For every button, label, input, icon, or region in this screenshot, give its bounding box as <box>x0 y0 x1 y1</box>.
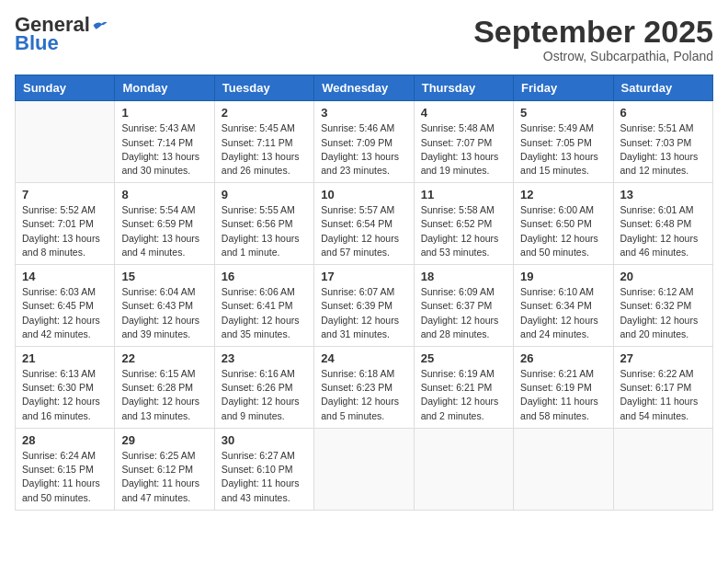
day-number: 12 <box>520 188 606 201</box>
day-number: 1 <box>121 106 207 120</box>
calendar-cell: 15Sunrise: 6:04 AMSunset: 6:43 PMDayligh… <box>115 265 214 347</box>
calendar-cell: 16Sunrise: 6:06 AMSunset: 6:41 PMDayligh… <box>214 265 313 347</box>
day-number: 25 <box>421 351 506 365</box>
day-number: 15 <box>121 270 207 283</box>
calendar-week-row: 28Sunrise: 6:24 AMSunset: 6:15 PMDayligh… <box>16 428 713 510</box>
calendar-cell: 19Sunrise: 6:10 AMSunset: 6:34 PMDayligh… <box>514 265 613 347</box>
calendar-cell: 10Sunrise: 5:57 AMSunset: 6:54 PMDayligh… <box>314 183 414 265</box>
calendar-cell: 1Sunrise: 5:43 AMSunset: 7:14 PMDaylight… <box>115 101 214 183</box>
calendar-cell: 14Sunrise: 6:03 AMSunset: 6:45 PMDayligh… <box>16 265 115 347</box>
day-info: Sunrise: 6:25 AMSunset: 6:12 PMDaylight:… <box>121 449 207 505</box>
day-number: 2 <box>222 106 307 120</box>
weekday-header-friday: Friday <box>514 75 613 101</box>
day-number: 22 <box>121 351 207 365</box>
day-number: 26 <box>520 351 606 365</box>
day-number: 20 <box>620 270 706 283</box>
logo-blue-text: Blue <box>15 33 59 53</box>
day-info: Sunrise: 6:22 AMSunset: 6:17 PMDaylight:… <box>620 367 706 423</box>
calendar-cell: 12Sunrise: 6:00 AMSunset: 6:50 PMDayligh… <box>514 183 613 265</box>
calendar-cell: 3Sunrise: 5:46 AMSunset: 7:09 PMDaylight… <box>314 101 414 183</box>
weekday-header-thursday: Thursday <box>414 75 513 101</box>
calendar-cell: 11Sunrise: 5:58 AMSunset: 6:52 PMDayligh… <box>414 183 513 265</box>
day-number: 19 <box>520 270 606 283</box>
logo: General Blue <box>15 15 108 53</box>
calendar-cell: 29Sunrise: 6:25 AMSunset: 6:12 PMDayligh… <box>115 428 214 510</box>
day-info: Sunrise: 6:16 AMSunset: 6:26 PMDaylight:… <box>222 367 307 423</box>
calendar-cell <box>514 428 613 510</box>
day-info: Sunrise: 5:45 AMSunset: 7:11 PMDaylight:… <box>222 121 307 178</box>
day-number: 14 <box>22 270 108 283</box>
day-number: 18 <box>421 270 506 283</box>
day-number: 11 <box>421 188 506 201</box>
day-info: Sunrise: 5:58 AMSunset: 6:52 PMDaylight:… <box>421 203 506 259</box>
calendar-cell: 8Sunrise: 5:54 AMSunset: 6:59 PMDaylight… <box>115 183 214 265</box>
day-info: Sunrise: 6:01 AMSunset: 6:48 PMDaylight:… <box>620 203 706 259</box>
calendar-cell: 23Sunrise: 6:16 AMSunset: 6:26 PMDayligh… <box>214 347 313 429</box>
day-info: Sunrise: 6:09 AMSunset: 6:37 PMDaylight:… <box>421 285 506 341</box>
calendar-week-row: 14Sunrise: 6:03 AMSunset: 6:45 PMDayligh… <box>16 265 713 347</box>
day-info: Sunrise: 5:46 AMSunset: 7:09 PMDaylight:… <box>321 121 406 178</box>
day-info: Sunrise: 5:51 AMSunset: 7:03 PMDaylight:… <box>620 121 706 178</box>
day-info: Sunrise: 6:12 AMSunset: 6:32 PMDaylight:… <box>620 285 706 341</box>
day-info: Sunrise: 6:13 AMSunset: 6:30 PMDaylight:… <box>22 367 108 423</box>
day-number: 23 <box>222 351 307 365</box>
calendar-cell: 24Sunrise: 6:18 AMSunset: 6:23 PMDayligh… <box>314 347 414 429</box>
calendar-cell: 4Sunrise: 5:48 AMSunset: 7:07 PMDaylight… <box>414 101 513 183</box>
calendar-cell: 28Sunrise: 6:24 AMSunset: 6:15 PMDayligh… <box>16 428 115 510</box>
weekday-header-saturday: Saturday <box>613 75 712 101</box>
calendar-cell: 25Sunrise: 6:19 AMSunset: 6:21 PMDayligh… <box>414 347 513 429</box>
day-number: 8 <box>121 188 207 201</box>
day-number: 16 <box>222 270 307 283</box>
weekday-header-tuesday: Tuesday <box>214 75 313 101</box>
calendar-cell: 21Sunrise: 6:13 AMSunset: 6:30 PMDayligh… <box>16 347 115 429</box>
day-number: 7 <box>22 188 108 201</box>
day-number: 9 <box>222 188 307 201</box>
day-number: 10 <box>321 188 406 201</box>
day-info: Sunrise: 6:07 AMSunset: 6:39 PMDaylight:… <box>321 285 406 341</box>
day-info: Sunrise: 5:57 AMSunset: 6:54 PMDaylight:… <box>321 203 406 259</box>
calendar-table: SundayMondayTuesdayWednesdayThursdayFrid… <box>15 75 713 510</box>
logo-bird-icon <box>92 19 108 32</box>
day-number: 6 <box>620 106 706 120</box>
calendar-cell: 9Sunrise: 5:55 AMSunset: 6:56 PMDaylight… <box>214 183 313 265</box>
calendar-week-row: 1Sunrise: 5:43 AMSunset: 7:14 PMDaylight… <box>16 101 713 183</box>
day-info: Sunrise: 6:04 AMSunset: 6:43 PMDaylight:… <box>121 285 207 341</box>
calendar-cell: 7Sunrise: 5:52 AMSunset: 7:01 PMDaylight… <box>16 183 115 265</box>
day-number: 28 <box>22 433 108 447</box>
calendar-cell: 22Sunrise: 6:15 AMSunset: 6:28 PMDayligh… <box>115 347 214 429</box>
day-info: Sunrise: 5:43 AMSunset: 7:14 PMDaylight:… <box>121 121 207 178</box>
calendar-cell <box>613 428 712 510</box>
day-info: Sunrise: 6:21 AMSunset: 6:19 PMDaylight:… <box>520 367 606 423</box>
weekday-header-monday: Monday <box>115 75 214 101</box>
day-info: Sunrise: 6:19 AMSunset: 6:21 PMDaylight:… <box>421 367 506 423</box>
calendar-cell: 27Sunrise: 6:22 AMSunset: 6:17 PMDayligh… <box>613 347 712 429</box>
calendar-cell: 13Sunrise: 6:01 AMSunset: 6:48 PMDayligh… <box>613 183 712 265</box>
day-info: Sunrise: 6:10 AMSunset: 6:34 PMDaylight:… <box>520 285 606 341</box>
location-text: Ostrow, Subcarpathia, Poland <box>473 49 713 63</box>
calendar-cell: 2Sunrise: 5:45 AMSunset: 7:11 PMDaylight… <box>214 101 313 183</box>
day-info: Sunrise: 6:03 AMSunset: 6:45 PMDaylight:… <box>22 285 108 341</box>
day-info: Sunrise: 5:54 AMSunset: 6:59 PMDaylight:… <box>121 203 207 259</box>
day-number: 3 <box>321 106 406 120</box>
day-number: 21 <box>22 351 108 365</box>
calendar-body: 1Sunrise: 5:43 AMSunset: 7:14 PMDaylight… <box>16 101 713 510</box>
calendar-cell <box>16 101 115 183</box>
day-number: 27 <box>620 351 706 365</box>
day-number: 13 <box>620 188 706 201</box>
month-title: September 2025 <box>473 15 713 49</box>
day-number: 5 <box>520 106 606 120</box>
day-info: Sunrise: 5:52 AMSunset: 7:01 PMDaylight:… <box>22 203 108 259</box>
day-info: Sunrise: 6:18 AMSunset: 6:23 PMDaylight:… <box>321 367 406 423</box>
day-info: Sunrise: 6:06 AMSunset: 6:41 PMDaylight:… <box>222 285 307 341</box>
day-info: Sunrise: 5:49 AMSunset: 7:05 PMDaylight:… <box>520 121 606 178</box>
day-number: 30 <box>222 433 307 447</box>
day-info: Sunrise: 5:48 AMSunset: 7:07 PMDaylight:… <box>421 121 506 178</box>
calendar-cell: 6Sunrise: 5:51 AMSunset: 7:03 PMDaylight… <box>613 101 712 183</box>
day-info: Sunrise: 6:24 AMSunset: 6:15 PMDaylight:… <box>22 449 108 505</box>
day-number: 24 <box>321 351 406 365</box>
calendar-cell: 26Sunrise: 6:21 AMSunset: 6:19 PMDayligh… <box>514 347 613 429</box>
calendar-cell: 18Sunrise: 6:09 AMSunset: 6:37 PMDayligh… <box>414 265 513 347</box>
calendar-cell: 20Sunrise: 6:12 AMSunset: 6:32 PMDayligh… <box>613 265 712 347</box>
day-number: 4 <box>421 106 506 120</box>
day-number: 29 <box>121 433 207 447</box>
